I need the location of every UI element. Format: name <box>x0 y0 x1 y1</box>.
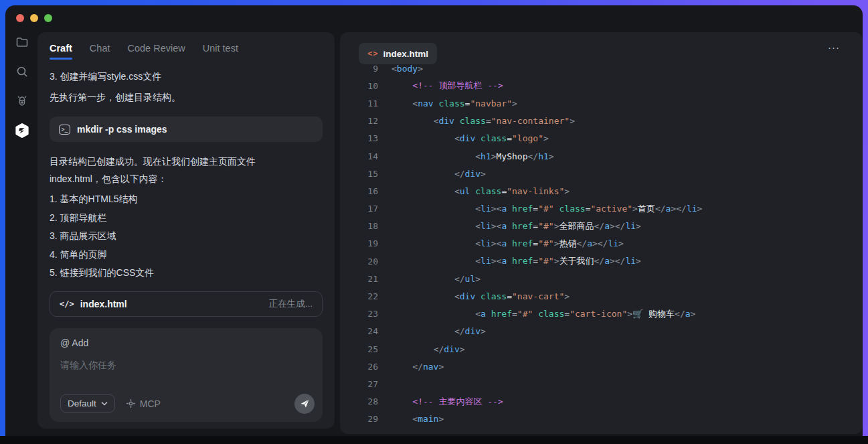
maximize-window-button[interactable] <box>44 14 52 22</box>
generating-status: 正在生成... <box>269 298 313 310</box>
tab-chat[interactable]: Chat <box>90 43 110 60</box>
code-line: 10 <!-- 顶部导航栏 --> <box>340 77 863 94</box>
code-line: 18 <li><a href="#">全部商品</a></li> <box>340 218 863 235</box>
tab-code-review[interactable]: Code Review <box>127 43 185 60</box>
terminal-command-card[interactable]: >_ mkdir -p css images <box>50 117 323 142</box>
assistant-paragraph-line: index.html，包含以下内容： <box>50 170 323 188</box>
code-line: 26 </nav> <box>340 358 863 375</box>
line-number: 16 <box>340 186 378 196</box>
line-number: 28 <box>340 396 378 406</box>
mcp-icon <box>126 398 136 409</box>
html-file-icon: <> <box>367 49 378 58</box>
line-number: 12 <box>340 116 378 126</box>
generated-file-name: index.html <box>80 299 127 309</box>
code-line: 29 <main> <box>340 411 863 428</box>
code-line: 15 </div> <box>340 165 863 182</box>
line-number: 15 <box>340 169 378 179</box>
assistant-list: 1. 基本的HTML5结构2. 顶部导航栏3. 商品展示区域4. 简单的页脚5.… <box>50 190 323 283</box>
code-line: 11 <nav class="navbar"> <box>340 94 863 112</box>
tab-craft[interactable]: Craft <box>50 43 72 60</box>
code-line: 14 <h1>MyShop</h1> <box>340 147 863 165</box>
task-input[interactable]: 请输入你任务 <box>60 360 313 372</box>
send-button[interactable] <box>294 394 315 414</box>
assistant-paragraph-line: 目录结构已创建成功。现在让我们创建主页面文件 <box>50 153 323 170</box>
assistant-message-line: 3. 创建并编写style.css文件 <box>50 66 323 87</box>
send-icon <box>300 398 310 409</box>
line-number: 22 <box>340 291 378 301</box>
assistant-tabs: CraftChatCode ReviewUnit test <box>37 32 335 60</box>
code-line: 24 </div> <box>340 323 863 340</box>
code-line: 13 <div class="logo"> <box>340 130 863 147</box>
list-item: 2. 顶部导航栏 <box>50 209 323 228</box>
code-line: 9<body> <box>340 64 863 77</box>
line-number: 25 <box>340 344 378 354</box>
code-line: 19 <li><a href="#">热销</a></li> <box>340 235 863 252</box>
code-file-icon: </> <box>60 299 74 309</box>
generated-file-card[interactable]: </> index.html 正在生成... <box>50 291 323 317</box>
list-item: 5. 链接到我们的CSS文件 <box>50 264 323 283</box>
terminal-icon: >_ <box>59 125 70 135</box>
editor-tab-index-html[interactable]: <> index.html <box>359 43 437 64</box>
chevron-down-icon <box>101 401 108 406</box>
code-line: 17 <li><a href="#" class="active">首页</a>… <box>340 200 863 218</box>
model-selector-dropdown[interactable]: Default <box>60 394 115 413</box>
code-line: 28 <!-- 主要内容区 --> <box>340 393 863 411</box>
assistant-message-line: 先执行第一步，创建目录结构。 <box>50 87 323 108</box>
code-line: 20 <li><a href="#">关于我们</a></li> <box>340 252 863 270</box>
code-line: 16 <ul class="nav-links"> <box>340 182 863 200</box>
task-composer[interactable]: @ Add 请输入你任务 Default MCP <box>50 328 323 422</box>
code-line: 12 <div class="nav-container"> <box>340 113 863 130</box>
line-number: 18 <box>340 221 378 231</box>
activity-bar <box>5 35 39 138</box>
line-number: 27 <box>340 379 378 389</box>
line-number: 13 <box>340 133 378 143</box>
mcp-button[interactable]: MCP <box>126 398 161 409</box>
line-number: 17 <box>340 204 378 214</box>
assistant-panel: CraftChatCode ReviewUnit test 3. 创建并编写st… <box>37 32 335 429</box>
window-controls <box>16 14 52 22</box>
line-number: 24 <box>340 326 378 336</box>
line-number: 20 <box>340 256 378 267</box>
line-number: 9 <box>340 64 378 74</box>
line-number: 26 <box>340 362 378 372</box>
close-window-button[interactable] <box>16 14 24 22</box>
add-context-button[interactable]: @ Add <box>60 338 313 348</box>
files-icon[interactable] <box>15 35 29 50</box>
trae-logo-icon[interactable] <box>15 123 29 138</box>
line-number: 19 <box>340 238 378 248</box>
list-item: 4. 简单的页脚 <box>50 246 323 265</box>
more-options-button[interactable]: ··· <box>828 42 840 53</box>
line-number: 29 <box>340 414 378 424</box>
list-item: 1. 基本的HTML5结构 <box>50 190 323 209</box>
search-icon[interactable] <box>15 64 29 79</box>
line-number: 10 <box>340 81 378 91</box>
code-line: 22 <div class="nav-cart"> <box>340 287 863 305</box>
line-number: 14 <box>340 151 378 161</box>
line-number: 23 <box>340 309 378 319</box>
line-number: 11 <box>340 98 378 108</box>
terminal-command-text: mkdir -p css images <box>77 124 167 135</box>
code-line: 27 <box>340 375 863 392</box>
list-item: 3. 商品展示区域 <box>50 227 323 246</box>
app-window: CraftChatCode ReviewUnit test 3. 创建并编写st… <box>5 5 863 444</box>
line-number: 21 <box>340 274 378 284</box>
minimize-window-button[interactable] <box>30 14 38 22</box>
code-editor[interactable]: 9<body>10 <!-- 顶部导航栏 -->11 <nav class="n… <box>340 64 863 434</box>
tab-unit-test[interactable]: Unit test <box>203 43 238 60</box>
debug-icon[interactable] <box>15 94 29 108</box>
code-line: 25 </div> <box>340 340 863 358</box>
code-line: 21 </ul> <box>340 270 863 287</box>
bottom-edge-bar <box>0 436 868 444</box>
editor-header: <> index.html ··· <box>340 32 863 64</box>
code-line: 23 <a href="#" class="cart-icon">🛒 购物车</… <box>340 305 863 323</box>
editor-panel: <> index.html ··· 9<body>10 <!-- 顶部导航栏 -… <box>340 32 863 434</box>
